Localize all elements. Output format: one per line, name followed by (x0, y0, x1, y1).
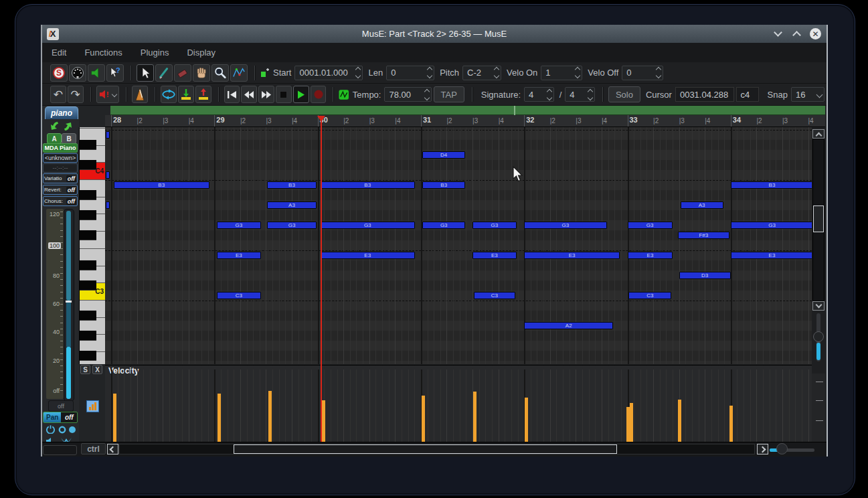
zoom-tool-button[interactable] (211, 64, 229, 82)
midi-note-b3[interactable]: B3 (114, 181, 209, 189)
midi-note-e3[interactable]: E3 (524, 252, 620, 259)
variation-send-row[interactable]: Variatio off (43, 173, 78, 183)
stop-button[interactable] (276, 86, 292, 103)
pan-control[interactable]: Pan off (43, 412, 78, 423)
piano-key-black[interactable] (80, 210, 96, 220)
part-b-button[interactable]: B (62, 133, 76, 144)
note-canvas[interactable]: D4B3B3B3B3B3A3A3G3G3G3G3G3G3G3G3F#3E3E3E… (105, 127, 812, 364)
midi-note-c3[interactable]: C3 (217, 292, 261, 299)
tap-button[interactable]: TAP (434, 86, 464, 102)
rewind-to-start-button[interactable] (224, 86, 240, 103)
midi-note-b3[interactable]: B3 (321, 181, 415, 189)
midi-note-c3[interactable]: C3 (474, 292, 515, 299)
horizontal-scrollbar[interactable] (119, 444, 755, 454)
play-button[interactable] (293, 86, 309, 103)
len-spinbox[interactable]: 0 (386, 66, 434, 80)
prev-part-button[interactable] (46, 120, 61, 132)
velocity-pane[interactable]: Velocity (105, 365, 812, 442)
piano-key-black[interactable] (80, 331, 96, 341)
menu-plugins[interactable]: Plugins (141, 48, 169, 58)
piano-key-black[interactable] (80, 160, 96, 170)
part-strip[interactable] (110, 106, 825, 115)
solo-button[interactable]: Solo (608, 86, 640, 102)
maximize-button[interactable] (791, 29, 802, 39)
shade-button[interactable] (772, 29, 783, 39)
spinner-arrows-icon[interactable] (657, 68, 661, 78)
vertical-zoom-knob[interactable] (813, 331, 824, 342)
midi-note-g3[interactable]: G3 (321, 222, 415, 229)
speaker-button[interactable] (88, 64, 105, 82)
spinner-arrows-icon[interactable] (576, 68, 580, 78)
velocity-bar[interactable] (218, 394, 221, 442)
midi-note-a3[interactable]: A3 (267, 201, 316, 209)
piano-key-black[interactable] (80, 190, 96, 200)
slider-handle[interactable] (66, 301, 72, 303)
chorus-send-row[interactable]: Chorus: off (43, 196, 78, 206)
midi-note-b3[interactable]: B3 (731, 181, 812, 189)
midi-note-a3[interactable]: A3 (681, 201, 723, 209)
spinner-arrows-icon[interactable] (588, 90, 592, 100)
piano-key-black[interactable] (80, 351, 96, 361)
midi-note-g3[interactable]: G3 (524, 222, 606, 229)
midi-note-g3[interactable]: G3 (267, 222, 316, 229)
midi-note-g3[interactable]: G3 (731, 222, 812, 229)
velocity-bar[interactable] (729, 406, 733, 442)
ctrl-menu-button[interactable]: ctrl (81, 443, 106, 454)
midi-note-c3[interactable]: C3 (628, 292, 671, 299)
midi-note-e3[interactable]: E3 (321, 252, 415, 259)
midi-note-e4[interactable] (106, 131, 110, 139)
midi-note-g3[interactable]: G3 (472, 222, 517, 229)
start-spinbox[interactable]: 0001.01.000 (294, 66, 363, 80)
spinner-arrows-icon[interactable] (425, 90, 429, 100)
velocity-bar[interactable] (678, 400, 681, 442)
panic-button[interactable]: ! (96, 86, 120, 103)
midi-note-a2[interactable]: A2 (524, 322, 613, 329)
spinner-arrows-icon[interactable] (428, 68, 432, 78)
pan-tool-button[interactable] (193, 64, 210, 82)
midi-note-e3[interactable]: E3 (472, 252, 517, 259)
eraser-tool-button[interactable] (174, 64, 191, 82)
horizontal-zoom-knob[interactable] (776, 443, 788, 454)
midi-note-fs3[interactable]: F#3 (678, 232, 729, 239)
dot-indicator[interactable] (68, 424, 77, 434)
tempo-spinbox[interactable]: 78.00 (384, 87, 431, 102)
midi-note-g3[interactable]: G3 (628, 222, 673, 229)
menu-display[interactable]: Display (187, 48, 215, 58)
velocity-bar[interactable] (525, 398, 528, 442)
midi-note-d4[interactable]: D4 (422, 151, 465, 159)
rewind-button[interactable] (241, 86, 257, 103)
midi-note-b3[interactable]: B3 (422, 181, 465, 189)
piano-key-black[interactable] (80, 230, 96, 240)
midi-note-g3[interactable]: G3 (422, 222, 465, 229)
scroll-left-button[interactable] (107, 444, 118, 454)
menu-functions[interactable]: Functions (84, 48, 122, 58)
signature-denominator-spinbox[interactable]: 4 (565, 87, 595, 102)
power-button[interactable] (45, 424, 56, 434)
midi-note-a3[interactable] (106, 201, 110, 209)
vertical-scrollbar-thumb[interactable] (813, 205, 824, 232)
piano-key-black[interactable] (80, 280, 96, 290)
horizontal-scrollbar-thumb[interactable] (234, 444, 617, 454)
close-button[interactable]: ✕ (810, 28, 821, 39)
volume-slider[interactable] (64, 209, 74, 402)
ctrl-select-button[interactable]: S (80, 365, 90, 374)
spinner-arrows-icon[interactable] (495, 68, 499, 78)
titlebar[interactable]: /X MusE: Part <Track 2> 26-35 — MusE ✕ (42, 25, 827, 43)
velo-on-spinbox[interactable]: 1 (541, 66, 582, 80)
redo-button[interactable]: ↷ (68, 86, 84, 103)
tab-piano[interactable]: piano (45, 106, 78, 119)
midi-note-e3[interactable]: E3 (628, 252, 673, 259)
midi-note-d3[interactable]: D3 (679, 272, 731, 279)
pitch-spinbox[interactable]: C-2 (462, 66, 501, 80)
pointer-tool-button[interactable] (137, 64, 154, 82)
whats-this-button[interactable]: ? (106, 64, 124, 82)
instrument-name[interactable]: MDA Piano (43, 143, 78, 153)
snap-dropdown[interactable]: 16 (791, 87, 824, 102)
scroll-down-button[interactable] (812, 301, 824, 311)
volume-value-box[interactable]: off (48, 400, 74, 412)
velo-off-spinbox[interactable]: 0 (622, 66, 663, 80)
punch-in-button[interactable] (178, 86, 194, 103)
midi-note-c4[interactable] (106, 171, 110, 179)
midi-note-b3[interactable]: B3 (267, 181, 316, 189)
menu-edit[interactable]: Edit (52, 48, 66, 58)
